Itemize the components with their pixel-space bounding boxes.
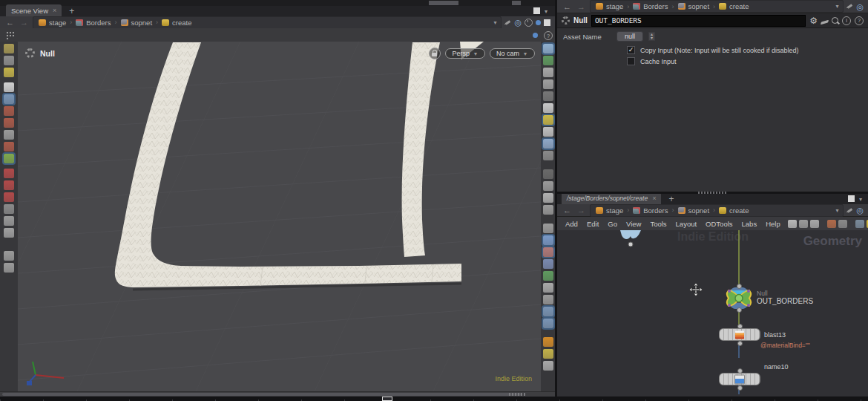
pin-pane-icon[interactable]	[846, 207, 853, 214]
info-icon[interactable]: i	[842, 16, 851, 25]
forward-icon[interactable]: →	[19, 18, 30, 27]
network-canvas[interactable]: Indie Edition Geometry	[557, 230, 868, 394]
list-view-icon[interactable]	[810, 220, 819, 228]
light-bulb-icon[interactable]	[543, 103, 553, 113]
vertex-marker-icon[interactable]	[543, 181, 553, 191]
orient-picking-icon[interactable]	[4, 228, 14, 238]
help-icon[interactable]: ?	[544, 31, 553, 40]
state-indicator-icon[interactable]	[536, 20, 541, 25]
shade-sphere-icon[interactable]	[543, 91, 553, 101]
menu-view[interactable]: View	[622, 218, 645, 229]
new-tab-button[interactable]: +	[66, 6, 77, 16]
headlight-icon[interactable]	[543, 115, 553, 125]
pane-maximize-icon[interactable]	[533, 7, 540, 14]
top-strip-widget[interactable]	[429, 1, 458, 5]
path-dropdown-icon[interactable]: ▾	[834, 207, 840, 214]
translate-icon[interactable]	[4, 106, 14, 116]
tripod-icon[interactable]	[543, 283, 553, 293]
handles-icon[interactable]	[4, 154, 14, 163]
search-icon[interactable]	[832, 17, 838, 24]
copy-input-checkbox[interactable]: ✓	[627, 46, 635, 54]
normal-light-icon[interactable]	[543, 127, 553, 137]
menu-edit[interactable]: Edit	[583, 218, 602, 229]
breadcrumb-borders[interactable]: Borders	[631, 2, 670, 10]
breadcrumb-stage[interactable]: stage	[594, 206, 625, 215]
breadcrumb-borders[interactable]: Borders	[73, 19, 113, 27]
breadcrumb-sopnet[interactable]: sopnet	[676, 2, 712, 10]
parent-node-icon[interactable]	[799, 220, 808, 228]
cloud-node-output-dot[interactable]	[628, 242, 633, 247]
back-icon[interactable]: ←	[562, 206, 573, 215]
pane-menu-icon[interactable]: ▾	[858, 196, 864, 203]
current-frame-marker[interactable]	[382, 397, 392, 401]
tab-network-path[interactable]: /stage/Borders/sopnet/create ×	[562, 194, 661, 204]
tab-scene-view[interactable]: Scene View ×	[6, 4, 62, 16]
scrollbar-grip-icon[interactable]	[509, 393, 525, 396]
menu-odtools[interactable]: ODTools	[702, 218, 736, 229]
info-tool-icon[interactable]	[4, 251, 14, 261]
node-blast13[interactable]	[719, 328, 760, 341]
menu-help[interactable]: Help	[762, 218, 784, 229]
help-icon[interactable]: ?	[855, 16, 864, 25]
home-grid-icon[interactable]	[543, 56, 553, 65]
camera-green-icon[interactable]	[543, 271, 553, 281]
normal-display-icon[interactable]	[543, 205, 553, 215]
menu-layout[interactable]: Layout	[672, 218, 701, 229]
circle-handle-icon[interactable]	[543, 295, 553, 304]
pin-pane-icon[interactable]	[504, 19, 511, 26]
new-tab-button[interactable]: +	[665, 194, 677, 204]
timeline-bar[interactable]	[0, 397, 868, 401]
shape-palette-icon[interactable]	[838, 220, 847, 228]
points-display-icon[interactable]	[543, 169, 553, 179]
history-icon[interactable]	[525, 19, 533, 27]
breadcrumb-create[interactable]: create	[160, 19, 194, 27]
menu-labs[interactable]: Labs	[738, 218, 761, 229]
pose-icon[interactable]	[4, 142, 14, 151]
breadcrumb-sopnet[interactable]: sopnet	[676, 206, 712, 215]
node-out-borders-label[interactable]: OUT_BORDERS	[757, 297, 813, 305]
snapshot-cam-icon[interactable]	[543, 361, 553, 371]
gear-icon[interactable]: ⚙	[809, 17, 818, 25]
snap-multi-icon[interactable]	[4, 204, 14, 214]
back-icon[interactable]: ←	[4, 18, 16, 27]
point-number-icon[interactable]	[543, 193, 553, 203]
node-out-borders[interactable]	[726, 287, 752, 309]
secure-selection-icon[interactable]	[4, 94, 14, 104]
node-name-field[interactable]	[591, 15, 806, 27]
diamond-marker-icon[interactable]	[543, 259, 553, 269]
screen-capture-icon[interactable]	[543, 307, 553, 316]
breadcrumb-create[interactable]: create	[717, 2, 751, 10]
rotate-icon[interactable]	[4, 118, 14, 128]
breadcrumb-borders[interactable]: Borders	[631, 206, 670, 215]
menu-add[interactable]: Add	[562, 218, 582, 229]
path-dropdown-icon[interactable]: ▾	[834, 3, 840, 10]
brush-icon[interactable]	[821, 19, 829, 25]
tools-wrench-icon[interactable]	[788, 220, 797, 228]
visualizer-icon[interactable]	[543, 235, 553, 245]
cloud-node-partial[interactable]	[620, 230, 641, 239]
pane-maximize-icon[interactable]	[848, 195, 855, 202]
forward-icon[interactable]: →	[576, 2, 587, 11]
asset-name-select[interactable]: null	[617, 31, 643, 42]
scale-icon[interactable]	[4, 130, 14, 140]
grid-tool-icon[interactable]	[4, 68, 14, 77]
camera-select-button[interactable]: No cam▾	[490, 48, 535, 59]
snap-point-icon[interactable]	[4, 180, 14, 190]
radial-menu-icon[interactable]: ◎	[856, 3, 864, 10]
pan-view-icon[interactable]	[543, 44, 553, 53]
breadcrumb-stage[interactable]: stage	[36, 19, 68, 27]
orange-status-icon[interactable]	[543, 337, 553, 347]
location-marker-icon[interactable]	[543, 319, 553, 328]
breadcrumb-create[interactable]: create	[717, 206, 751, 215]
close-tab-icon[interactable]: ×	[53, 7, 56, 14]
ruler-icon[interactable]	[543, 224, 553, 233]
node-output-dot[interactable]	[737, 307, 742, 313]
node-input-dot[interactable]	[737, 324, 743, 329]
select-arrow-icon[interactable]	[4, 82, 14, 92]
display-options-icon[interactable]	[533, 33, 538, 38]
node-output-dot[interactable]	[737, 385, 743, 391]
pane-menu-icon[interactable]: ▾	[543, 8, 549, 15]
node-output-dot[interactable]	[737, 341, 743, 346]
scene-viewport[interactable]: Null Persp▾ No cam▾ Indie Edition	[18, 42, 541, 391]
node-input-dot[interactable]	[737, 368, 743, 374]
